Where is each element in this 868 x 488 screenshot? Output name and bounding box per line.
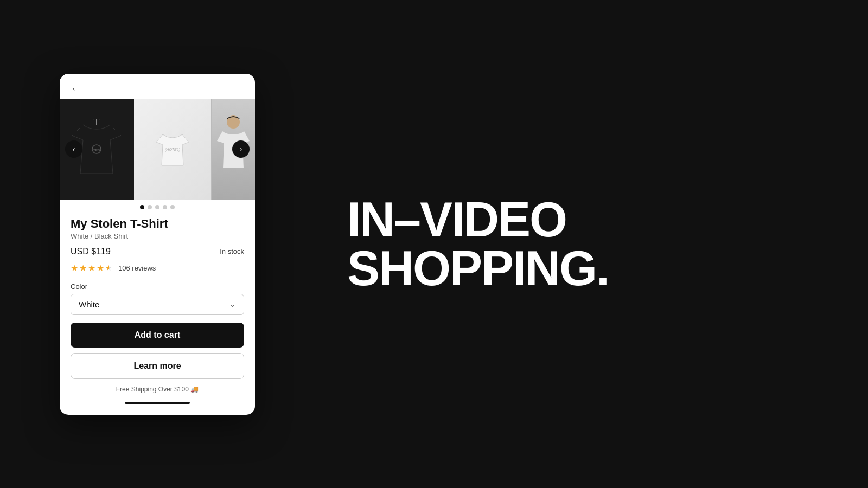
svg-text:(HOTEL): (HOTEL) [165, 147, 180, 152]
home-indicator [125, 402, 190, 404]
star-5-half: ★ [105, 263, 114, 274]
carousel-dot-2[interactable] [148, 205, 152, 209]
hero-line-2: SHOPPING. [347, 244, 609, 293]
next-arrow-icon: › [240, 145, 242, 153]
color-select-dropdown[interactable]: White ⌄ [71, 294, 244, 315]
hotel-shirt-svg: (HOTEL) [156, 130, 189, 168]
star-rating: ★ ★ ★ ★ ★ [71, 263, 114, 274]
buttons-section: Add to cart Learn more Free Shipping Ove… [60, 323, 255, 399]
reviews-row: ★ ★ ★ ★ ★ [71, 263, 244, 274]
prev-arrow-icon: ‹ [73, 145, 75, 153]
carousel-dot-5[interactable] [170, 205, 175, 209]
star-4: ★ [97, 263, 104, 274]
color-section: Color White ⌄ [71, 282, 244, 315]
image-carousel-wrapper: ‹ TRS [60, 99, 255, 213]
stock-badge: In stock [220, 247, 244, 255]
product-image-hotel-shirt: (HOTEL) [134, 99, 212, 200]
back-button[interactable]: ← [60, 74, 255, 99]
shipping-text: Free Shipping Over $100 🚚 [71, 384, 244, 399]
color-select-value: White [79, 300, 99, 309]
reviews-count: 106 reviews [118, 264, 156, 272]
chevron-down-icon: ⌄ [229, 300, 236, 309]
add-to-cart-button[interactable]: Add to cart [71, 323, 244, 348]
carousel-dot-1[interactable] [140, 205, 144, 209]
product-info: My Stolen T-Shirt White / Black Shirt US… [60, 213, 255, 315]
star-3: ★ [88, 263, 95, 274]
carousel-dot-4[interactable] [163, 205, 167, 209]
right-panel: IN–VIDEO SHOPPING. [315, 174, 868, 314]
product-price: USD $119 [71, 247, 111, 256]
back-arrow-icon: ← [71, 82, 81, 94]
left-panel: ← ‹ TRS [0, 0, 315, 488]
phone-card: ← ‹ TRS [60, 74, 255, 415]
hero-text: IN–VIDEO SHOPPING. [347, 195, 609, 293]
carousel-next-button[interactable]: › [232, 140, 250, 158]
image-carousel: ‹ TRS [60, 99, 255, 200]
product-title: My Stolen T-Shirt [71, 217, 244, 231]
price-row: USD $119 In stock [71, 247, 244, 256]
hero-line-1: IN–VIDEO [347, 195, 609, 244]
star-1: ★ [71, 263, 78, 274]
carousel-dots [60, 200, 255, 213]
svg-text:★: ★ [105, 264, 112, 272]
carousel-prev-button[interactable]: ‹ [65, 140, 82, 158]
half-star-svg: ★ [105, 263, 114, 272]
product-subtitle: White / Black Shirt [71, 232, 244, 240]
star-2: ★ [79, 263, 87, 274]
carousel-dot-3[interactable] [155, 205, 159, 209]
svg-text:TRS: TRS [93, 149, 100, 152]
learn-more-button[interactable]: Learn more [71, 353, 244, 379]
color-label: Color [71, 282, 244, 291]
